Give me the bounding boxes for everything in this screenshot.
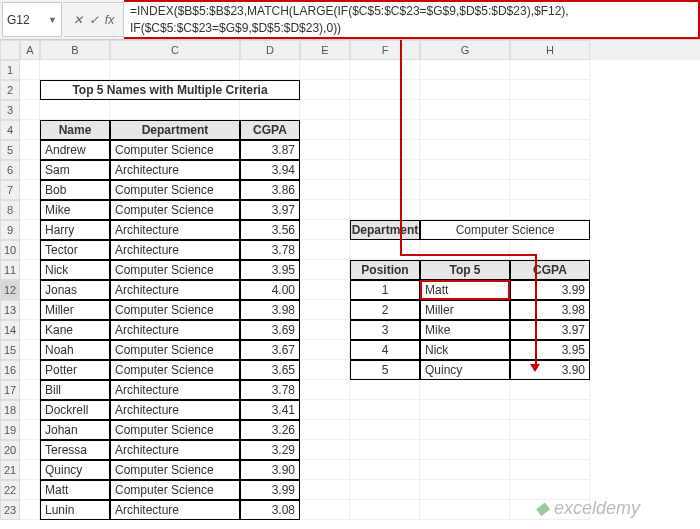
row-header-5[interactable]: 5 bbox=[0, 140, 20, 160]
cell-E19[interactable] bbox=[300, 420, 350, 440]
criteria-value[interactable]: Computer Science bbox=[420, 220, 590, 240]
row-header-8[interactable]: 8 bbox=[0, 200, 20, 220]
cell-D8[interactable]: 3.97 bbox=[240, 200, 300, 220]
col-header-A[interactable]: A bbox=[20, 40, 40, 60]
cell-H5[interactable] bbox=[510, 140, 590, 160]
cell-G4[interactable] bbox=[420, 120, 510, 140]
cell-G2[interactable] bbox=[420, 80, 510, 100]
name-box[interactable]: G12 ▼ bbox=[2, 2, 62, 37]
row-header-3[interactable]: 3 bbox=[0, 100, 20, 120]
cell-E18[interactable] bbox=[300, 400, 350, 420]
row-header-13[interactable]: 13 bbox=[0, 300, 20, 320]
row-header-2[interactable]: 2 bbox=[0, 80, 20, 100]
cell-D18[interactable]: 3.41 bbox=[240, 400, 300, 420]
cell-D12[interactable]: 4.00 bbox=[240, 280, 300, 300]
top5-header-top5[interactable]: Top 5 bbox=[420, 260, 510, 280]
cell-F21[interactable] bbox=[350, 460, 420, 480]
cell-E20[interactable] bbox=[300, 440, 350, 460]
cell-E2[interactable] bbox=[300, 80, 350, 100]
cell-E12[interactable] bbox=[300, 280, 350, 300]
cell-H8[interactable] bbox=[510, 200, 590, 220]
cell-D16[interactable]: 3.65 bbox=[240, 360, 300, 380]
cell-H4[interactable] bbox=[510, 120, 590, 140]
cell-G8[interactable] bbox=[420, 200, 510, 220]
cell-C22[interactable]: Computer Science bbox=[110, 480, 240, 500]
cell-C18[interactable]: Architecture bbox=[110, 400, 240, 420]
cell-H7[interactable] bbox=[510, 180, 590, 200]
cell-C21[interactable]: Computer Science bbox=[110, 460, 240, 480]
table-row[interactable]: Tector bbox=[40, 240, 110, 260]
cell-F23[interactable] bbox=[350, 500, 420, 520]
cell-F3[interactable] bbox=[350, 100, 420, 120]
cell-G7[interactable] bbox=[420, 180, 510, 200]
table-row[interactable]: Mike bbox=[40, 200, 110, 220]
cell-E16[interactable] bbox=[300, 360, 350, 380]
cell-E1[interactable] bbox=[300, 60, 350, 80]
table-row[interactable]: Kane bbox=[40, 320, 110, 340]
cell-G6[interactable] bbox=[420, 160, 510, 180]
cell-H3[interactable] bbox=[510, 100, 590, 120]
top5-cgpa[interactable]: 3.90 bbox=[510, 360, 590, 380]
cell-A3[interactable] bbox=[20, 100, 40, 120]
cell-C1[interactable] bbox=[110, 60, 240, 80]
cell-D20[interactable]: 3.29 bbox=[240, 440, 300, 460]
cell-F7[interactable] bbox=[350, 180, 420, 200]
cell-D3[interactable] bbox=[240, 100, 300, 120]
cell-grid[interactable]: Top 5 Names with Multiple CriteriaNameDe… bbox=[20, 60, 700, 520]
cell-E23[interactable] bbox=[300, 500, 350, 520]
main-header-cgpa[interactable]: CGPA bbox=[240, 120, 300, 140]
cell-A17[interactable] bbox=[20, 380, 40, 400]
col-header-E[interactable]: E bbox=[300, 40, 350, 60]
table-row[interactable]: Matt bbox=[40, 480, 110, 500]
row-header-20[interactable]: 20 bbox=[0, 440, 20, 460]
cell-H2[interactable] bbox=[510, 80, 590, 100]
cell-A13[interactable] bbox=[20, 300, 40, 320]
cell-F8[interactable] bbox=[350, 200, 420, 220]
row-header-16[interactable]: 16 bbox=[0, 360, 20, 380]
cell-E22[interactable] bbox=[300, 480, 350, 500]
cell-A20[interactable] bbox=[20, 440, 40, 460]
cell-E6[interactable] bbox=[300, 160, 350, 180]
cell-D10[interactable]: 3.78 bbox=[240, 240, 300, 260]
table-row[interactable]: Bob bbox=[40, 180, 110, 200]
cell-A7[interactable] bbox=[20, 180, 40, 200]
cell-C15[interactable]: Computer Science bbox=[110, 340, 240, 360]
row-header-11[interactable]: 11 bbox=[0, 260, 20, 280]
cell-G5[interactable] bbox=[420, 140, 510, 160]
select-all-corner[interactable] bbox=[0, 40, 20, 60]
cell-A14[interactable] bbox=[20, 320, 40, 340]
row-header-22[interactable]: 22 bbox=[0, 480, 20, 500]
table-row[interactable]: Potter bbox=[40, 360, 110, 380]
row-header-10[interactable]: 10 bbox=[0, 240, 20, 260]
table-row[interactable]: Noah bbox=[40, 340, 110, 360]
cell-D19[interactable]: 3.26 bbox=[240, 420, 300, 440]
cell-H10[interactable] bbox=[510, 240, 590, 260]
cell-E5[interactable] bbox=[300, 140, 350, 160]
cell-A22[interactable] bbox=[20, 480, 40, 500]
title-cell[interactable]: Top 5 Names with Multiple Criteria bbox=[40, 80, 300, 100]
cell-G20[interactable] bbox=[420, 440, 510, 460]
cell-G18[interactable] bbox=[420, 400, 510, 420]
cell-F6[interactable] bbox=[350, 160, 420, 180]
cell-E7[interactable] bbox=[300, 180, 350, 200]
cell-G10[interactable] bbox=[420, 240, 510, 260]
cell-E17[interactable] bbox=[300, 380, 350, 400]
cell-F19[interactable] bbox=[350, 420, 420, 440]
row-header-19[interactable]: 19 bbox=[0, 420, 20, 440]
cell-C7[interactable]: Computer Science bbox=[110, 180, 240, 200]
top5-position[interactable]: 5 bbox=[350, 360, 420, 380]
cell-F17[interactable] bbox=[350, 380, 420, 400]
main-header-dept[interactable]: Department bbox=[110, 120, 240, 140]
cell-A9[interactable] bbox=[20, 220, 40, 240]
cell-A21[interactable] bbox=[20, 460, 40, 480]
table-row[interactable]: Johan bbox=[40, 420, 110, 440]
cell-F2[interactable] bbox=[350, 80, 420, 100]
cell-C12[interactable]: Architecture bbox=[110, 280, 240, 300]
cell-E10[interactable] bbox=[300, 240, 350, 260]
row-header-21[interactable]: 21 bbox=[0, 460, 20, 480]
row-header-15[interactable]: 15 bbox=[0, 340, 20, 360]
cell-A15[interactable] bbox=[20, 340, 40, 360]
cell-D21[interactable]: 3.90 bbox=[240, 460, 300, 480]
cell-E21[interactable] bbox=[300, 460, 350, 480]
col-header-H[interactable]: H bbox=[510, 40, 590, 60]
